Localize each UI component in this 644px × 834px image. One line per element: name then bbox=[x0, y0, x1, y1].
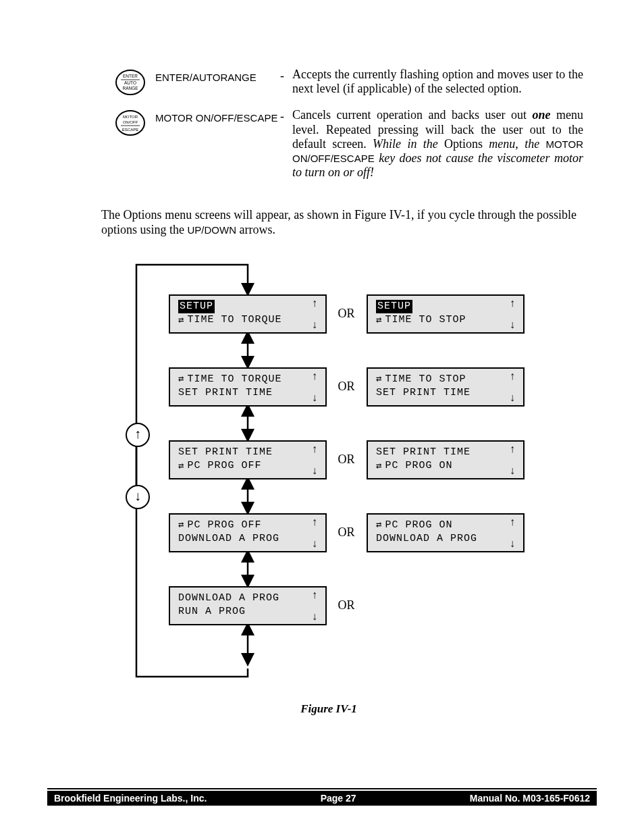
up-arrow-icon: ↑ bbox=[126, 423, 150, 447]
lcd-screen-l3: SET PRINT TIME ⇄PC PROG OFF ↑↓ bbox=[169, 440, 327, 479]
key-legend-enter: ENTER AUTO RANGE ENTER/AUTORANGE - Accep… bbox=[115, 68, 583, 96]
footer-page: Page 27 bbox=[321, 793, 356, 804]
figure-caption: Figure IV-1 bbox=[74, 702, 583, 716]
key-desc-enter: Accepts the currently flashing option an… bbox=[292, 68, 583, 96]
footer-manual-no: Manual No. M03-165-F0612 bbox=[470, 793, 590, 804]
svg-text:ON/OFF: ON/OFF bbox=[123, 120, 138, 124]
footer-company: Brookfield Engineering Labs., Inc. bbox=[54, 793, 207, 804]
svg-text:RANGE: RANGE bbox=[122, 86, 138, 90]
lcd-screen-l1: SETUP ⇄TIME TO TORQUE ↑↓ bbox=[169, 294, 327, 334]
key-name-motor: MOTOR ON/OFF/ESCAPE bbox=[155, 108, 280, 124]
body-paragraph: The Options menu screens will appear, as… bbox=[101, 207, 576, 238]
figure-iv-1: ↑ ↓ SETUP ⇄TIME TO TORQUE ↑↓ OR SETUP ⇄T… bbox=[113, 258, 545, 690]
key-legend-motor: MOTOR ON/OFF ESCAPE MOTOR ON/OFF/ESCAPE … bbox=[115, 108, 583, 180]
lcd-screen-l4: ⇄PC PROG OFF DOWNLOAD A PROG ↑↓ bbox=[169, 513, 327, 552]
enter-button-icon: ENTER AUTO RANGE bbox=[115, 69, 146, 96]
dash: - bbox=[280, 68, 292, 83]
motor-button-icon: MOTOR ON/OFF ESCAPE bbox=[115, 109, 146, 136]
lcd-screen-r3: SET PRINT TIME ⇄PC PROG ON ↑↓ bbox=[367, 440, 525, 479]
or-label: OR bbox=[333, 525, 360, 540]
lcd-screen-l2: ⇄TIME TO TORQUE SET PRINT TIME ↑↓ bbox=[169, 367, 327, 407]
lcd-screen-r2: ⇄TIME TO STOP SET PRINT TIME ↑↓ bbox=[367, 367, 525, 407]
or-label: OR bbox=[333, 307, 360, 321]
dash: - bbox=[280, 108, 292, 124]
svg-text:MOTOR: MOTOR bbox=[123, 115, 138, 119]
down-arrow-icon: ↓ bbox=[126, 485, 150, 509]
svg-text:AUTO: AUTO bbox=[124, 80, 136, 85]
or-label: OR bbox=[333, 452, 360, 467]
lcd-screen-l5: DOWNLOAD A PROG RUN A PROG ↑↓ bbox=[169, 586, 327, 625]
or-label: OR bbox=[333, 380, 360, 394]
svg-text:ENTER: ENTER bbox=[123, 74, 138, 78]
lcd-screen-r1: SETUP ⇄TIME TO STOP ↑↓ bbox=[367, 294, 525, 334]
key-name-enter: ENTER/AUTORANGE bbox=[155, 68, 280, 83]
key-desc-motor: Cancels current operation and backs user… bbox=[292, 108, 583, 180]
page-footer: Brookfield Engineering Labs., Inc. Page … bbox=[0, 788, 644, 806]
svg-text:ESCAPE: ESCAPE bbox=[122, 128, 138, 132]
or-label: OR bbox=[333, 598, 360, 613]
lcd-screen-r4: ⇄PC PROG ON DOWNLOAD A PROG ↑↓ bbox=[367, 513, 525, 552]
